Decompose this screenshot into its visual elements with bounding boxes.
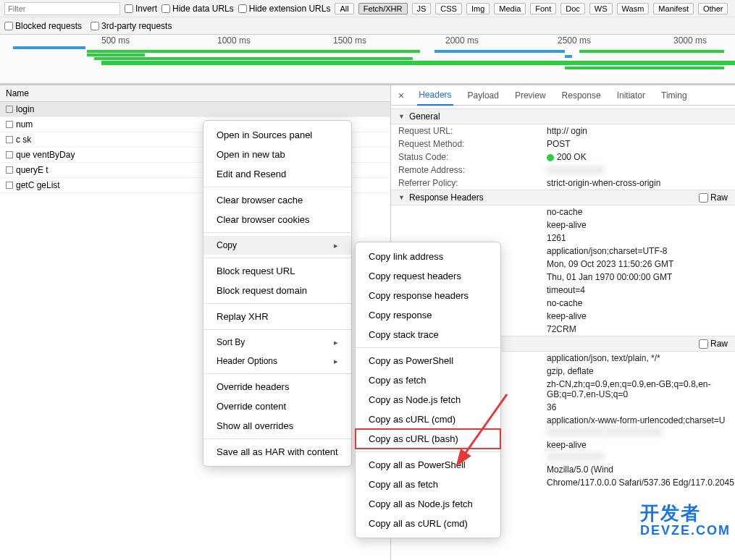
blocked-requests-checkbox[interactable]: Blocked requests (4, 21, 82, 31)
raw-checkbox-2[interactable]: Raw (699, 339, 728, 349)
ctx-clear-cookies[interactable]: Clear browser cookies (203, 210, 351, 229)
tab-initiator[interactable]: Initiator (616, 86, 647, 105)
header-value: gzip, deflate (547, 365, 735, 378)
header-value (547, 451, 605, 462)
tab-response[interactable]: Response (560, 86, 602, 105)
hide-data-urls-checkbox[interactable]: Hide data URLs (161, 4, 234, 14)
tab-preview[interactable]: Preview (513, 86, 547, 105)
request-name: queryE t (16, 165, 49, 175)
ctx-show-all-overrides[interactable]: Show all overrides (203, 416, 351, 436)
menu-separator (203, 187, 351, 187)
request-icon (6, 166, 13, 174)
request-icon (6, 106, 13, 113)
invert-checkbox[interactable]: Invert (125, 4, 157, 14)
timeline-overview[interactable]: 500 ms 1000 ms 1500 ms 2000 ms 2500 ms 3… (0, 35, 735, 85)
request-url-label: Request URL: (398, 126, 547, 136)
copy-submenu-item[interactable]: Copy all as PowerShell (356, 455, 500, 475)
ctx-edit-resend[interactable]: Edit and Resend (203, 164, 351, 184)
header-value: Mon, 09 Oct 2023 11:50:26 GMT (547, 258, 735, 271)
ctx-override-headers[interactable]: Override headers (203, 377, 351, 396)
menu-separator (203, 232, 351, 233)
header-value: no-cache (547, 205, 735, 219)
copy-submenu-item[interactable]: Copy response headers (356, 286, 500, 305)
request-name: que ventByDay (16, 150, 75, 160)
third-party-checkbox[interactable]: 3rd-party requests (91, 21, 172, 31)
network-toolbar-2: Blocked requests 3rd-party requests (0, 17, 735, 35)
copy-submenu-item[interactable]: Copy as cURL (cmd) (356, 410, 500, 429)
tab-payload[interactable]: Payload (466, 86, 500, 105)
header-value: keep-alive (547, 310, 735, 323)
request-icon (6, 136, 13, 143)
status-code-value: 200 OK (547, 152, 587, 162)
request-name: login (16, 104, 34, 114)
request-list-header[interactable]: Name (0, 85, 390, 102)
menu-separator (356, 451, 500, 452)
request-icon (6, 151, 13, 158)
copy-submenu-item[interactable]: Copy as cURL (bash) (356, 429, 500, 449)
ctx-save-all-har[interactable]: Save all as HAR with content (203, 442, 351, 462)
ctx-open-new-tab[interactable]: Open in new tab (203, 145, 351, 164)
hide-ext-urls-checkbox[interactable]: Hide extension URLs (238, 4, 331, 14)
type-media[interactable]: Media (494, 3, 526, 14)
tab-timing[interactable]: Timing (660, 86, 689, 105)
details-tabs: × Headers Payload Preview Response Initi… (391, 85, 735, 106)
ctx-block-url[interactable]: Block request URL (203, 261, 351, 281)
request-method-value: POST (547, 139, 571, 149)
type-fetch-xhr[interactable]: Fetch/XHR (358, 3, 408, 14)
type-js[interactable]: JS (412, 3, 432, 14)
copy-submenu-item[interactable]: Copy all as Node.js fetch (356, 494, 500, 514)
ctx-header-options[interactable]: Header Options (203, 352, 351, 370)
copy-submenu-item[interactable]: Copy as Node.js fetch (356, 390, 500, 410)
section-general[interactable]: ▼ General (391, 109, 735, 124)
header-value (605, 427, 663, 437)
menu-separator (356, 347, 500, 348)
copy-submenu-item[interactable]: Copy as fetch (356, 370, 500, 390)
copy-submenu-item[interactable]: Copy all as fetch (356, 475, 500, 494)
invert-label: Invert (135, 4, 157, 14)
status-dot-icon (547, 154, 554, 161)
referrer-policy-value: strict-origin-when-cross-origin (547, 178, 660, 188)
copy-submenu-item[interactable]: Copy stack trace (356, 325, 500, 344)
type-css[interactable]: CSS (435, 3, 462, 14)
copy-submenu-item[interactable]: Copy all as cURL (cmd) (356, 514, 500, 533)
menu-separator (203, 438, 351, 439)
hide-data-urls-label: Hide data URLs (172, 4, 234, 14)
header-value: keep-alive (547, 438, 735, 451)
copy-submenu-item[interactable]: Copy as PowerShell (356, 351, 500, 370)
request-name: c sk (16, 135, 31, 145)
ctx-copy[interactable]: Copy (203, 236, 351, 255)
type-doc[interactable]: Doc (560, 3, 585, 14)
type-wasm[interactable]: Wasm (617, 3, 650, 14)
copy-submenu-item[interactable]: Copy response (356, 305, 500, 325)
blocked-requests-label: Blocked requests (15, 21, 82, 31)
type-font[interactable]: Font (530, 3, 556, 14)
copy-submenu-item[interactable]: Copy request headers (356, 266, 500, 286)
type-ws[interactable]: WS (589, 3, 613, 14)
type-img[interactable]: Img (466, 3, 490, 14)
ctx-open-sources[interactable]: Open in Sources panel (203, 125, 351, 145)
section-response-headers[interactable]: ▼ Response Headers Raw (391, 190, 735, 205)
raw-checkbox[interactable]: Raw (699, 192, 728, 203)
ctx-replay-xhr[interactable]: Replay XHR (203, 307, 351, 326)
chevron-down-icon: ▼ (398, 113, 405, 120)
copy-submenu-item[interactable]: Copy link address (356, 247, 500, 266)
type-manifest[interactable]: Manifest (653, 3, 694, 14)
tab-headers[interactable]: Headers (417, 85, 453, 106)
ctx-sort-by[interactable]: Sort By (203, 333, 351, 352)
request-url-value: http:// ogin (547, 126, 587, 136)
header-value (547, 427, 605, 437)
request-row[interactable]: login (0, 102, 390, 117)
close-icon[interactable]: × (398, 90, 404, 101)
ctx-override-content[interactable]: Override content (203, 396, 351, 416)
hide-ext-urls-label: Hide extension URLs (249, 4, 331, 14)
context-menu: Open in Sources panel Open in new tab Ed… (203, 120, 352, 467)
ctx-block-domain[interactable]: Block request domain (203, 281, 351, 300)
request-icon (6, 121, 13, 128)
header-value: Mozilla/5.0 (Wind (547, 463, 735, 476)
filter-input[interactable] (4, 2, 120, 15)
request-name: num (16, 119, 33, 130)
type-all[interactable]: All (335, 3, 353, 14)
ctx-clear-cache[interactable]: Clear browser cache (203, 190, 351, 210)
network-toolbar: Invert Hide data URLs Hide extension URL… (0, 0, 735, 17)
type-other[interactable]: Other (698, 3, 728, 14)
